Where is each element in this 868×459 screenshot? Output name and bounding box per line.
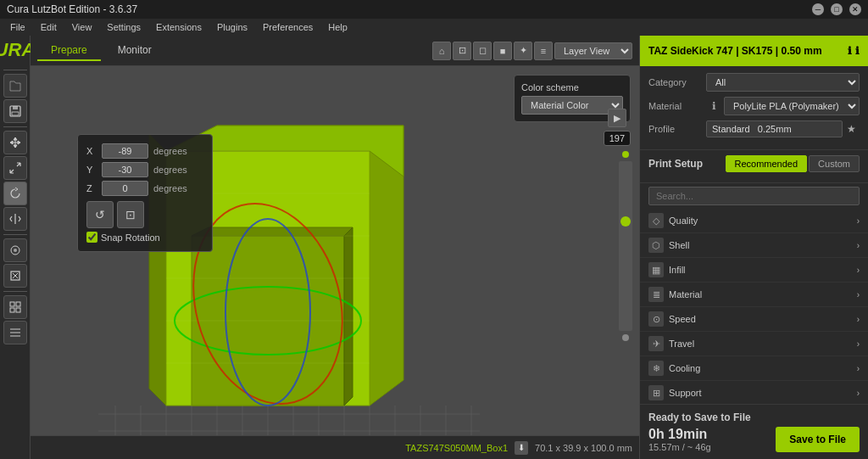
rotation-widget: X degrees Y degrees Z degrees ↺ ⊡ (77, 134, 213, 252)
speed-arrow: › (857, 315, 860, 324)
profile-settings-button[interactable]: ★ (843, 120, 860, 137)
svg-rect-8 (10, 308, 14, 312)
snap-rotation-label: Snap Rotation (101, 232, 160, 243)
home-view-button[interactable]: ⌂ (432, 42, 451, 60)
separator-3 (3, 234, 27, 235)
solid-view-button[interactable]: ■ (493, 42, 512, 60)
search-input[interactable] (648, 187, 860, 205)
print-weight: 15.57m / ~ 46g (648, 442, 711, 452)
category-select[interactable]: All (706, 73, 860, 92)
move-tool-button[interactable] (3, 131, 27, 154)
close-button[interactable]: ✕ (849, 3, 861, 15)
custom-tab[interactable]: Custom (809, 155, 860, 172)
tab-prepare[interactable]: Prepare (37, 41, 101, 61)
setting-item-cooling[interactable]: ❄Cooling› (640, 356, 868, 381)
file-icon[interactable]: ⬇ (515, 441, 528, 455)
slice-preview-button[interactable] (3, 321, 27, 344)
menu-edit[interactable]: Edit (34, 19, 64, 36)
view-dropdown[interactable]: Layer View Solid View X-Ray View (554, 42, 632, 59)
scale-tool-button[interactable] (3, 156, 27, 180)
quality-label: Quality (669, 216, 857, 226)
x-rotation-input[interactable] (102, 143, 148, 159)
recommended-tab[interactable]: Recommended (726, 155, 808, 172)
snap-rotation-checkbox[interactable] (86, 232, 97, 243)
setting-item-quality[interactable]: ◇Quality› (640, 209, 868, 233)
rotate-tool-button[interactable] (3, 182, 27, 205)
setting-item-material[interactable]: ≣Material› (640, 283, 868, 307)
center-area: Prepare Monitor ⌂ ⊡ ◻ ■ ✦ ≡ Layer View S… (31, 36, 639, 459)
speed-label: Speed (669, 314, 857, 324)
infill-label: Infill (669, 265, 857, 275)
maximize-button[interactable]: □ (831, 3, 843, 15)
material-arrow: › (857, 290, 860, 299)
menu-preferences[interactable]: Preferences (256, 19, 320, 36)
material-select[interactable]: PolyLite PLA (Polymaker) (724, 97, 860, 115)
setting-item-travel[interactable]: ✈Travel› (640, 332, 868, 356)
info-icon-2[interactable]: ℹ (855, 45, 860, 57)
setting-item-infill[interactable]: ▦Infill› (640, 258, 868, 283)
layer-slider-container (619, 151, 632, 393)
print-setup-title: Print Setup (648, 158, 703, 170)
layer-indicator-bottom (622, 334, 629, 341)
printer-header-icons: ℹ ℹ (848, 45, 860, 57)
setting-item-shell[interactable]: ⬡Shell› (640, 233, 868, 258)
menu-extensions[interactable]: Extensions (149, 19, 209, 36)
svg-rect-1 (13, 106, 18, 109)
material-label: Material (669, 289, 857, 299)
print-time: 0h 19min (648, 427, 711, 442)
lay-flat-button[interactable]: ⊡ (117, 201, 144, 228)
menu-view[interactable]: View (65, 19, 99, 36)
viewport-toolbar: ⌂ ⊡ ◻ ■ ✦ ≡ Layer View Solid View X-Ray … (432, 42, 632, 60)
arrange-button[interactable] (3, 295, 27, 319)
print-setup-section: Print Setup Recommended Custom (640, 150, 868, 183)
svg-point-4 (14, 249, 17, 252)
save-to-file-button[interactable]: Save to File (776, 427, 860, 452)
speed-icon: ⊙ (648, 311, 664, 327)
menu-settings[interactable]: Settings (100, 19, 147, 36)
titlebar-title: Cura LutzBot Edition - 3.6.37 (7, 3, 137, 15)
footer-row: 0h 19min 15.57m / ~ 46g Save to File (648, 427, 860, 452)
z-axis-label: Z (86, 183, 97, 193)
info-icon-1[interactable]: ℹ (848, 45, 852, 57)
support-blocker-button[interactable] (3, 264, 27, 288)
printer-name: TAZ SideKick 747 | SK175 | 0.50 mm (648, 45, 822, 57)
zoom-fit-button[interactable]: ⊡ (453, 42, 471, 60)
play-button[interactable]: ▶ (608, 109, 626, 127)
material-info-button[interactable]: ℹ (706, 98, 722, 115)
menu-help[interactable]: Help (321, 19, 354, 36)
per-model-settings-button[interactable] (3, 238, 27, 262)
layer-indicator-top (622, 151, 629, 158)
open-file-button[interactable] (3, 74, 27, 98)
shell-label: Shell (669, 240, 857, 250)
profile-label: Profile (648, 124, 706, 134)
profile-input[interactable] (706, 120, 843, 137)
y-unit-label: degrees (153, 165, 187, 175)
xray-view-button[interactable]: ✦ (514, 42, 532, 60)
z-rotation-input[interactable] (102, 181, 148, 196)
layer-controls: ▶ 197 (604, 109, 631, 146)
viewport[interactable]: X degrees Y degrees Z degrees ↺ ⊡ (31, 66, 639, 435)
cooling-arrow: › (857, 364, 860, 373)
topbar: Prepare Monitor ⌂ ⊡ ◻ ■ ✦ ≡ Layer View S… (31, 36, 639, 66)
mirror-tool-button[interactable] (3, 207, 27, 231)
menu-plugins[interactable]: Plugins (210, 19, 254, 36)
layer-badge: 197 (604, 131, 631, 146)
perspective-button[interactable]: ◻ (473, 42, 492, 60)
reset-rotation-button[interactable]: ↺ (86, 201, 114, 228)
setting-item-support[interactable]: ⊞Support› (640, 381, 868, 404)
time-weight: 0h 19min 15.57m / ~ 46g (648, 427, 711, 452)
layer-slider[interactable] (619, 161, 632, 331)
y-rotation-input[interactable] (102, 162, 148, 177)
menu-file[interactable]: File (3, 19, 32, 36)
save-button[interactable] (3, 99, 27, 123)
minimize-button[interactable]: ─ (812, 3, 824, 15)
main-layout: CURA (0, 36, 868, 459)
rotation-buttons: ↺ ⊡ (86, 201, 203, 228)
tab-monitor[interactable]: Monitor (104, 41, 165, 61)
setting-item-speed[interactable]: ⊙Speed› (640, 307, 868, 332)
layer-view-icon-button[interactable]: ≡ (534, 42, 553, 60)
travel-label: Travel (669, 339, 857, 349)
print-setup-header: Print Setup Recommended Custom (648, 155, 860, 172)
material-label: Material (648, 101, 706, 111)
svg-rect-7 (16, 302, 20, 306)
